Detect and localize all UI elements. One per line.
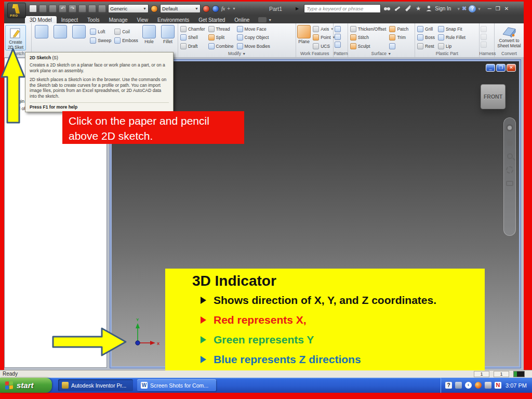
move-bodies-button[interactable]: Move Bodies bbox=[236, 42, 271, 50]
snap-fit-button[interactable]: Snap Fit bbox=[437, 25, 467, 33]
primitive-box-button[interactable] bbox=[33, 25, 50, 50]
tab-tools[interactable]: Tools bbox=[83, 16, 104, 23]
revolve-button[interactable] bbox=[70, 25, 88, 50]
sweep-button[interactable]: Sweep bbox=[89, 36, 112, 45]
loft-button[interactable]: Loft bbox=[89, 27, 112, 36]
search-binoculars-icon[interactable] bbox=[383, 6, 391, 12]
help-topics-wrench-icon[interactable] bbox=[393, 5, 402, 12]
view-cube[interactable]: FRONT bbox=[481, 84, 506, 109]
material-browser-button[interactable] bbox=[98, 5, 106, 12]
hole-button[interactable]: Hole bbox=[140, 25, 158, 50]
inventor-logo[interactable]: PRO bbox=[7, 3, 26, 18]
thicken-offset-button[interactable]: Thicken/Offset bbox=[349, 25, 388, 33]
emboss-button[interactable]: Emboss bbox=[113, 36, 139, 45]
trim-button[interactable]: Trim bbox=[388, 33, 409, 42]
shell-button[interactable]: Shell bbox=[179, 33, 206, 42]
task-button-inventor[interactable]: Autodesk Inventor Pr... bbox=[58, 379, 133, 391]
pan-icon[interactable] bbox=[506, 139, 513, 146]
adjust-appearance-icon[interactable] bbox=[203, 5, 210, 12]
tray-n-icon[interactable]: N bbox=[495, 382, 501, 389]
favorites-star-icon[interactable]: ★ bbox=[414, 5, 422, 12]
stitch-button[interactable]: Stitch bbox=[349, 33, 388, 42]
parameters-fx-button[interactable]: fx bbox=[221, 6, 225, 11]
zoom-icon[interactable] bbox=[507, 153, 513, 159]
material-combo[interactable]: Generic ▼ bbox=[108, 4, 149, 13]
ucs-button[interactable]: UCS bbox=[312, 42, 336, 50]
minimize-button[interactable]: ─ bbox=[488, 6, 491, 11]
undo-button[interactable]: ↶ bbox=[59, 5, 66, 12]
axis-button[interactable]: Axis▼ bbox=[312, 25, 336, 33]
print-button[interactable] bbox=[78, 5, 86, 12]
redo-button[interactable]: ↷ bbox=[69, 5, 76, 12]
new-document-button[interactable] bbox=[29, 5, 37, 12]
tray-chevron-icon[interactable]: ‹ bbox=[465, 382, 472, 389]
help-dropdown-icon[interactable]: ▾ bbox=[478, 6, 481, 11]
delete-face-button[interactable] bbox=[388, 42, 409, 50]
clear-appearance-icon[interactable] bbox=[212, 5, 219, 12]
plus-button[interactable]: + bbox=[227, 6, 230, 11]
coil-button[interactable]: Coil bbox=[113, 27, 139, 36]
split-button[interactable]: Split bbox=[207, 33, 235, 42]
patch-button[interactable]: Patch bbox=[388, 25, 409, 33]
update-button[interactable] bbox=[88, 5, 96, 12]
appearance-combo[interactable]: Default ▼ bbox=[160, 4, 201, 13]
panel-label-modify[interactable]: Modify ▼ bbox=[178, 51, 296, 57]
save-button[interactable] bbox=[49, 5, 57, 12]
navigation-wheel-icon[interactable] bbox=[506, 124, 513, 131]
panel-label-surface[interactable]: Surface ▼ bbox=[348, 51, 415, 57]
signin-dropdown-icon[interactable]: ▾ bbox=[457, 6, 460, 11]
tray-network-icon[interactable] bbox=[455, 382, 462, 389]
tab-manage[interactable]: Manage bbox=[104, 16, 132, 23]
restore-button[interactable]: ❐ bbox=[496, 6, 500, 11]
lip-button[interactable]: Lip bbox=[437, 42, 467, 50]
qat-dropdown-icon[interactable]: ▼ bbox=[232, 7, 236, 10]
autodesk-exchange-icon[interactable]: ✖ bbox=[462, 5, 467, 12]
rectangular-pattern-icon[interactable] bbox=[335, 26, 341, 32]
doc-close-button[interactable]: ✕ bbox=[507, 64, 516, 72]
communication-center-icon[interactable] bbox=[404, 5, 412, 12]
label: Sculpt bbox=[358, 44, 370, 49]
tab-3d-model[interactable]: 3D Model bbox=[25, 16, 57, 23]
color-wheel-icon[interactable] bbox=[151, 5, 158, 12]
combine-button[interactable]: Combine bbox=[207, 42, 235, 50]
grill-button[interactable]: Grill bbox=[416, 25, 436, 33]
rule-fillet-button[interactable]: Rule Fillet bbox=[437, 33, 467, 42]
rest-button[interactable]: Rest bbox=[416, 42, 436, 50]
tab-online[interactable]: Online bbox=[230, 16, 254, 23]
open-button[interactable] bbox=[39, 5, 47, 12]
convert-to-sheet-metal-button[interactable]: Convert to Sheet Metal bbox=[496, 25, 523, 50]
tab-environments[interactable]: Environments bbox=[153, 16, 194, 23]
point-button[interactable]: Point▼ bbox=[312, 33, 336, 42]
tabstrip-dropdown-icon[interactable]: ▼ bbox=[268, 18, 272, 22]
doc-tab-arrow-icon[interactable]: ▶ bbox=[296, 6, 299, 11]
extrude-button[interactable] bbox=[51, 25, 69, 50]
close-button[interactable]: ✕ bbox=[504, 6, 509, 11]
tab-get-started[interactable]: Get Started bbox=[194, 16, 230, 23]
mirror-icon[interactable] bbox=[335, 42, 341, 48]
task-button-word[interactable]: W Screen Shots for Com... bbox=[137, 379, 216, 391]
doc-restore-button[interactable]: ❐ bbox=[496, 64, 506, 72]
move-face-button[interactable]: Move Face bbox=[236, 25, 271, 33]
start-button[interactable]: start bbox=[0, 378, 52, 393]
draft-button[interactable]: Draft bbox=[179, 42, 206, 50]
tray-browser-icon[interactable] bbox=[475, 382, 482, 389]
orbit-icon[interactable] bbox=[506, 166, 513, 174]
thread-button[interactable]: Thread bbox=[207, 25, 235, 33]
tray-app-icon[interactable] bbox=[485, 382, 491, 389]
search-input[interactable] bbox=[304, 4, 381, 13]
camera-icon[interactable] bbox=[258, 17, 267, 22]
tab-inspect[interactable]: Inspect bbox=[57, 16, 83, 23]
look-at-icon[interactable] bbox=[506, 181, 513, 186]
tab-view[interactable]: View bbox=[132, 16, 153, 23]
boss-button[interactable]: Boss bbox=[416, 33, 436, 42]
help-icon[interactable]: ? bbox=[469, 5, 476, 12]
tray-help-icon[interactable]: ? bbox=[445, 382, 452, 389]
chamfer-button[interactable]: Chamfer bbox=[179, 25, 206, 33]
circular-pattern-icon[interactable] bbox=[335, 34, 341, 40]
copy-object-button[interactable]: Copy Object bbox=[236, 33, 271, 42]
plane-button[interactable]: Plane bbox=[297, 25, 311, 50]
fillet-button[interactable]: Fillet bbox=[159, 25, 177, 50]
sculpt-button[interactable]: Sculpt bbox=[349, 42, 388, 50]
sign-in-link[interactable]: Sign In bbox=[435, 6, 451, 11]
doc-minimize-button[interactable]: _ bbox=[486, 64, 495, 72]
